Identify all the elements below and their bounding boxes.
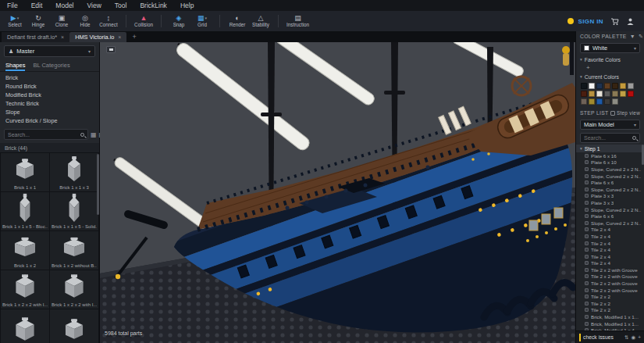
color-swatch[interactable] — [604, 98, 610, 105]
color-swatch[interactable] — [596, 98, 603, 105]
category-item[interactable]: Modified Brick — [0, 91, 99, 99]
menu-item[interactable]: View — [87, 2, 101, 9]
target-icon[interactable]: ◉ — [632, 334, 636, 341]
user-upload-icon[interactable] — [626, 17, 635, 26]
close-icon[interactable]: × — [118, 34, 121, 40]
part-thumbnail[interactable]: Brick 1 x 2 x 2 with I... — [1, 270, 49, 309]
step-list-item[interactable]: Tile 2 x 4 — [576, 227, 644, 234]
color-swatch[interactable] — [581, 83, 587, 89]
color-swatch[interactable] — [604, 91, 610, 97]
toolbar-button[interactable]: ▲ ▾ Collision — [132, 14, 155, 28]
step-list-item[interactable]: Brick, Modified 1 x 1... — [576, 320, 644, 327]
screenshot-icon[interactable] — [106, 46, 116, 53]
step-list-item[interactable]: Tile 2 x 4 — [576, 233, 644, 240]
menu-item[interactable]: BrickLink — [140, 2, 166, 9]
color-swatch[interactable] — [589, 83, 595, 89]
cart-icon[interactable] — [610, 17, 619, 26]
category-item[interactable]: Curved Brick / Slope — [0, 116, 99, 125]
color-swatch[interactable] — [612, 98, 618, 105]
tab-hms-victoria[interactable]: HMS Victoria.io × — [69, 32, 126, 42]
check-issues-button[interactable]: check issues — [583, 334, 622, 340]
toolbar-button[interactable]: ◈ ▾ Snap — [167, 14, 190, 28]
step-search-box[interactable] — [580, 133, 640, 143]
step-list-item[interactable]: Plate 6 x 10 — [576, 159, 644, 166]
toolbar-button[interactable]: ▤ ▾ Instruction — [284, 14, 311, 28]
step-list-item[interactable]: Tile 2 x 2 — [576, 300, 644, 307]
step-list-item[interactable]: Plate 6 x 16 — [576, 152, 644, 159]
model-selector-dropdown[interactable]: ♟ Master ▾ — [4, 45, 95, 57]
color-swatch[interactable] — [589, 98, 595, 105]
color-swatch[interactable] — [612, 83, 618, 89]
toolbar-button[interactable]: ↻ ▾ Hinge — [27, 14, 50, 28]
color-swatch[interactable] — [620, 83, 626, 89]
step-view-toggle[interactable]: Step view — [610, 110, 640, 116]
tab-bl-categories[interactable]: BL Categories — [33, 62, 69, 71]
sign-in-button[interactable]: SIGN IN — [568, 18, 603, 25]
toolbar-button[interactable]: ↨ ▾ Connect — [97, 14, 120, 28]
step-list-item[interactable]: Slope, Curved 2 x 2 N... — [576, 220, 644, 227]
part-thumbnail[interactable]: Brick 1 x 2 x 2 with I... — [50, 270, 98, 309]
category-item[interactable]: Brick — [0, 73, 99, 82]
toolbar-button[interactable]: ▦ ▾ Grid — [190, 14, 214, 28]
grid-view-icon[interactable]: ▦ — [91, 131, 97, 138]
color-swatch[interactable] — [612, 91, 618, 97]
menu-item[interactable]: File — [7, 2, 18, 9]
ship-3d-view[interactable] — [100, 42, 575, 343]
color-swatch[interactable] — [628, 91, 634, 97]
color-swatch[interactable] — [628, 83, 634, 89]
step-search-input[interactable] — [584, 135, 629, 141]
close-icon[interactable]: × — [61, 34, 64, 40]
tab-shapes[interactable]: Shapes — [5, 62, 25, 71]
color-swatch[interactable] — [581, 98, 587, 105]
step-list-item[interactable]: Plate 6 x 6 — [576, 213, 644, 220]
step-list-item[interactable]: Tile 2 x 2 with Groove — [576, 266, 644, 273]
step-list-item[interactable]: Slope, Curved 2 x 2 N... — [576, 166, 644, 173]
menu-item[interactable]: Model — [55, 2, 73, 9]
step-list-item[interactable]: Tile 2 x 4 — [576, 240, 644, 247]
chevron-down-icon[interactable]: ▾ — [205, 16, 208, 20]
part-thumbnail[interactable]: Brick 1 x 2 without B... — [50, 231, 98, 270]
viewport-3d[interactable]: 5984 total parts — [100, 42, 575, 343]
search-input[interactable] — [8, 132, 79, 138]
color-swatch[interactable] — [581, 91, 587, 97]
parts-grid-scrollbar[interactable] — [97, 154, 99, 215]
color-selector-dropdown[interactable]: White ▾ — [580, 43, 640, 53]
step-list-item[interactable]: Tile 2 x 4 — [576, 260, 644, 267]
chevron-down-icon[interactable]: ▾ — [17, 16, 20, 20]
part-thumbnail[interactable] — [50, 309, 98, 343]
step-list-item[interactable]: Slope, Curved 2 x 2 N... — [576, 186, 644, 193]
toolbar-button[interactable]: ▣ ▾ Clone — [50, 14, 73, 28]
step-1-header[interactable]: ▾ Step 1 — [576, 145, 644, 152]
toolbar-button[interactable]: ◐ ▾ Render — [226, 14, 249, 28]
category-item[interactable]: Round Brick — [0, 82, 99, 91]
current-colors-section[interactable]: ▾ Current Colors — [576, 72, 644, 81]
color-swatch[interactable] — [596, 83, 603, 89]
main-model-dropdown[interactable]: Main Model ▾ — [580, 120, 640, 130]
step-list-item[interactable]: Plate 3 x 3 — [576, 199, 644, 206]
color-swatch[interactable] — [620, 91, 626, 97]
add-icon[interactable]: + — [638, 334, 641, 340]
color-swatch[interactable] — [596, 91, 603, 97]
step-list-item[interactable]: Tile 2 x 2 with Groove — [576, 280, 644, 287]
parts-search-box[interactable] — [4, 129, 88, 140]
step-list-item[interactable]: Plate 6 x 6 — [576, 179, 644, 186]
category-item[interactable]: Slope — [0, 108, 99, 116]
sort-icon[interactable]: ⇅ — [624, 334, 628, 341]
step-list-item[interactable]: Tile 2 x 4 — [576, 246, 644, 253]
part-thumbnail[interactable]: Brick 1 x 1 x 3 — [50, 153, 98, 191]
menu-item[interactable]: Edit — [31, 2, 43, 9]
new-tab-button[interactable]: + — [132, 33, 136, 41]
toolbar-button[interactable]: ◎ ▾ Hide — [73, 14, 97, 28]
toolbar-button[interactable]: ▶ ▾ Select — [3, 14, 27, 28]
part-thumbnail[interactable]: Brick 1 x 2 — [1, 231, 49, 270]
step-list-item[interactable]: Brick, Modified 1 x 4... — [576, 327, 644, 330]
step-list-item[interactable]: Tile 2 x 2 — [576, 293, 644, 300]
step-list-item[interactable]: Tile 2 x 2 with Groove — [576, 273, 644, 280]
category-item[interactable]: Technic Brick — [0, 99, 99, 108]
eyedropper-icon[interactable]: ✎ — [639, 34, 643, 40]
step-list-item[interactable]: Plate 3 x 3 — [576, 193, 644, 200]
tab-defiant-first-draft[interactable]: Defiant first draft.io* × — [2, 32, 69, 42]
color-swatch[interactable] — [604, 83, 610, 89]
toolbar-button[interactable]: △ ▾ Stability — [249, 14, 272, 28]
step-list-item[interactable]: Tile 2 x 2 with Groove — [576, 287, 644, 294]
